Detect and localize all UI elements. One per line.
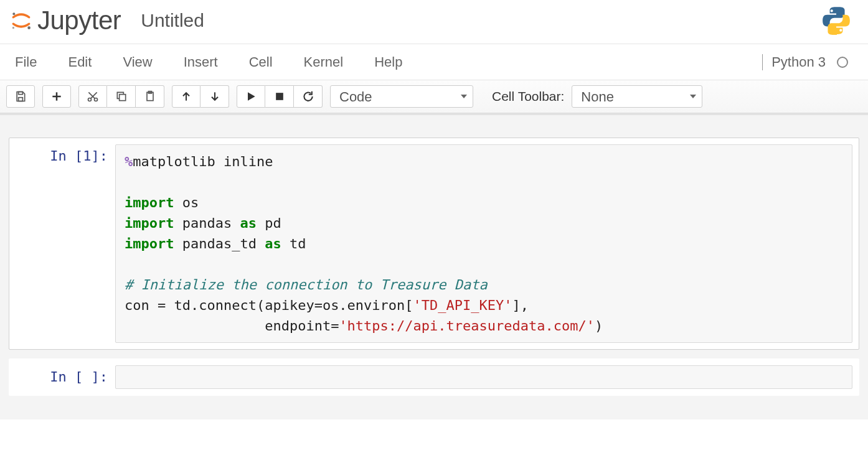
code-token: os — [174, 195, 199, 210]
svg-point-1 — [27, 26, 31, 29]
code-token: pandas — [174, 215, 240, 231]
run-button[interactable] — [237, 85, 265, 108]
cell-type-select[interactable]: Code — [330, 85, 473, 108]
cell-toolbar-select[interactable]: None — [572, 85, 702, 108]
kernel-indicator-icon[interactable] — [837, 57, 848, 68]
toolbar: Code Cell Toolbar: None — [0, 80, 868, 113]
kernel-name[interactable]: Python 3 — [762, 54, 834, 70]
code-token: import — [125, 215, 174, 231]
jupyter-logo-icon — [10, 9, 32, 32]
python-logo-icon — [821, 5, 852, 36]
arrow-up-icon — [180, 90, 192, 103]
interrupt-button[interactable] — [265, 85, 294, 108]
code-cell[interactable]: In [ ]: — [9, 358, 859, 396]
copy-icon — [115, 90, 128, 103]
logo-text[interactable]: Jupyter — [37, 6, 121, 35]
move-up-button[interactable] — [172, 85, 200, 108]
code-token: pandas_td — [174, 236, 265, 251]
menu-file[interactable]: File — [15, 54, 37, 70]
code-token: % — [125, 154, 133, 169]
restart-button[interactable] — [294, 85, 323, 108]
cell-toolbar-label: Cell Toolbar: — [492, 89, 564, 104]
plus-icon — [50, 90, 63, 103]
svg-marker-16 — [248, 92, 255, 100]
code-token: pd — [257, 215, 281, 231]
menu-cell[interactable]: Cell — [249, 54, 273, 70]
arrow-down-icon — [209, 90, 221, 103]
move-down-button[interactable] — [200, 85, 229, 108]
cell-prompt: In [ ]: — [16, 365, 115, 389]
code-token: ) — [595, 318, 603, 334]
paste-button[interactable] — [136, 85, 164, 108]
copy-button[interactable] — [107, 85, 136, 108]
menubar-items: File Edit View Insert Cell Kernel Help — [15, 54, 402, 70]
svg-point-2 — [12, 27, 14, 29]
svg-rect-17 — [276, 93, 283, 100]
menu-insert[interactable]: Insert — [184, 54, 218, 70]
add-cell-button[interactable] — [42, 85, 71, 108]
cell-prompt: In [1]: — [16, 144, 115, 343]
save-icon — [14, 90, 27, 103]
code-token: as — [265, 236, 281, 251]
save-button[interactable] — [6, 85, 35, 108]
notebook-title[interactable]: Untitled — [141, 10, 204, 31]
header: Jupyter Untitled — [0, 0, 868, 44]
code-cell[interactable]: In [1]: %matplotlib inline import os imp… — [9, 138, 859, 350]
code-token: matplotlib inline — [133, 154, 273, 169]
code-input-area[interactable] — [115, 365, 852, 389]
menubar: File Edit View Insert Cell Kernel Help P… — [0, 44, 868, 80]
code-token: import — [125, 195, 174, 210]
svg-point-0 — [12, 12, 15, 15]
menu-view[interactable]: View — [123, 54, 152, 70]
code-token: import — [125, 236, 174, 251]
code-token: td — [281, 236, 306, 251]
logo-group: Jupyter — [10, 6, 121, 35]
notebook-container: In [1]: %matplotlib inline import os imp… — [0, 113, 868, 419]
menu-kernel[interactable]: Kernel — [304, 54, 344, 70]
code-token: 'TD_API_KEY' — [413, 297, 512, 313]
code-token: 'https://api.treasuredata.com/' — [339, 318, 595, 334]
svg-rect-11 — [119, 95, 125, 101]
code-token: con = td.connect(apikey=os.environ[ — [125, 297, 413, 313]
cut-button[interactable] — [78, 85, 107, 108]
code-token: # Initialize the connection to Treasure … — [125, 277, 488, 292]
code-input-area[interactable]: %matplotlib inline import os import pand… — [115, 144, 852, 343]
menu-edit[interactable]: Edit — [68, 54, 92, 70]
svg-rect-3 — [19, 92, 23, 95]
paste-icon — [144, 90, 156, 103]
menu-help[interactable]: Help — [374, 54, 402, 70]
stop-icon — [273, 90, 286, 103]
refresh-icon — [302, 90, 314, 103]
cut-icon — [87, 90, 99, 103]
code-token: as — [240, 215, 257, 231]
play-icon — [245, 90, 257, 103]
svg-rect-4 — [19, 98, 23, 101]
